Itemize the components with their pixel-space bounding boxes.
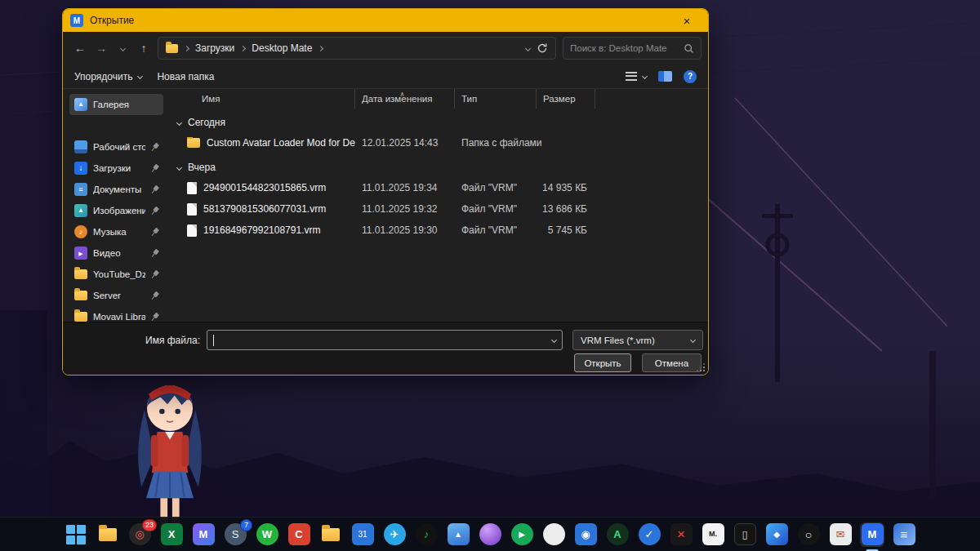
- sidebar-item-server[interactable]: Server: [69, 285, 163, 306]
- dialog-title: Открытие: [90, 15, 134, 26]
- check-app-icon[interactable]: ✓: [637, 522, 662, 547]
- sphere-app-icon[interactable]: [478, 522, 502, 547]
- resize-grip[interactable]: [697, 364, 705, 371]
- app-glyph: ✉: [830, 523, 852, 545]
- excel-icon[interactable]: X: [159, 522, 184, 547]
- app-glyph: M: [862, 523, 884, 545]
- refresh-icon[interactable]: [537, 42, 548, 54]
- red-app-icon[interactable]: C: [287, 522, 311, 547]
- sidebar-item-desktop[interactable]: Рабочий сто: [69, 136, 163, 158]
- notification-badge: 23: [142, 519, 157, 531]
- recent-locations-button[interactable]: [112, 38, 133, 59]
- sidebar-item-music[interactable]: ♪ Музыка: [69, 221, 163, 242]
- dialog-content: ▲ Галерея Рабочий сто ↓ Загрузки ≡ Докум…: [63, 89, 708, 322]
- file-row[interactable]: 5813790815306077031.vrm 11.01.2025 19:32…: [177, 198, 702, 220]
- column-headers: Имя ∧ Дата изменения Тип Размер: [177, 89, 702, 109]
- play-app-icon[interactable]: ▶: [510, 522, 534, 547]
- spotify-icon[interactable]: ♪: [414, 522, 439, 547]
- new-folder-button[interactable]: Новая папка: [157, 71, 214, 82]
- collapse-group-icon[interactable]: [176, 119, 182, 125]
- collapse-group-icon[interactable]: [176, 164, 182, 170]
- file-row[interactable]: 191684967992108791.vrm 11.01.2025 19:30 …: [177, 220, 702, 241]
- file-type: Файл "VRM": [455, 224, 537, 236]
- cancel-button[interactable]: Отмена: [642, 353, 702, 372]
- column-header-size[interactable]: Размер: [537, 89, 595, 109]
- file-row[interactable]: 2949001544823015865.vrm 11.01.2025 19:34…: [177, 177, 702, 198]
- file-date: 12.01.2025 14:43: [355, 137, 455, 149]
- help-button[interactable]: ?: [684, 70, 697, 83]
- app-glyph: ✈: [384, 523, 406, 545]
- m-dot-app-icon[interactable]: M.: [701, 522, 725, 547]
- group-label: Вчера: [188, 162, 216, 173]
- column-label: Дата изменения: [362, 94, 432, 104]
- address-dropdown-icon[interactable]: [525, 45, 531, 51]
- camera-app-icon[interactable]: ◉: [573, 522, 598, 547]
- file-icon: [187, 203, 197, 216]
- folder-app-icon[interactable]: [318, 522, 343, 547]
- file-name: 191684967992108791.vrm: [203, 224, 320, 236]
- preview-pane-icon[interactable]: [658, 71, 672, 82]
- sidebar-item-downloads[interactable]: ↓ Загрузки: [69, 158, 163, 179]
- sidebar-item-pictures[interactable]: ▲ Изображени: [69, 200, 163, 221]
- app-glyph: ✓: [639, 523, 661, 545]
- filename-combobox[interactable]: [207, 330, 563, 350]
- phone-app-icon[interactable]: ▯: [733, 522, 757, 547]
- organize-button[interactable]: Упорядочить: [74, 71, 142, 82]
- close-button[interactable]: ×: [673, 10, 701, 31]
- photos-icon[interactable]: ▲: [446, 522, 470, 547]
- android-app-icon[interactable]: A: [605, 522, 630, 547]
- breadcrumb-item-downloads[interactable]: Загрузки: [195, 42, 234, 54]
- view-mode-button[interactable]: [626, 72, 647, 81]
- sidebar-item-videos[interactable]: ▶ Видео: [69, 242, 163, 264]
- search-box[interactable]: [563, 37, 702, 60]
- file-explorer-icon[interactable]: [96, 522, 120, 547]
- app-glyph: W: [256, 523, 278, 545]
- up-button[interactable]: ↑: [133, 38, 154, 59]
- whatsapp-icon[interactable]: W: [255, 522, 279, 547]
- x-app-icon[interactable]: ×: [669, 522, 693, 547]
- open-button[interactable]: Открыть: [574, 353, 631, 372]
- filename-input[interactable]: [213, 335, 378, 346]
- mail-app-icon[interactable]: ✉: [828, 522, 853, 547]
- sidebar-item-youtube[interactable]: YouTube_Dze: [69, 264, 163, 285]
- sidebar-item-documents[interactable]: ≡ Документы: [69, 179, 163, 200]
- back-button[interactable]: ←: [69, 38, 91, 59]
- blue-gallery-app-icon[interactable]: ◆: [764, 522, 789, 547]
- telegram-icon[interactable]: ✈: [382, 522, 407, 547]
- forward-button[interactable]: →: [91, 38, 112, 59]
- search-icon: [684, 43, 694, 54]
- notes-app-icon[interactable]: ≡: [892, 522, 916, 547]
- column-header-name[interactable]: Имя: [177, 89, 355, 109]
- desktop-mate-icon[interactable]: M: [860, 522, 884, 547]
- address-bar[interactable]: Загрузки Desktop Mate: [158, 37, 556, 60]
- app-glyph: ○: [798, 523, 820, 545]
- sidebar-item-gallery[interactable]: ▲ Галерея: [69, 94, 163, 115]
- opera-app-icon[interactable]: ○: [796, 522, 821, 547]
- pin-icon: [149, 269, 161, 280]
- steam-icon[interactable]: S 7: [223, 522, 247, 547]
- sidebar-item-label: Movavi Libra: [93, 312, 145, 322]
- app-glyph: M.: [702, 523, 724, 545]
- folder-icon: [99, 528, 117, 541]
- group-header-today[interactable]: Сегодня: [177, 113, 702, 132]
- group-header-yesterday[interactable]: Вчера: [177, 158, 702, 177]
- column-header-date[interactable]: ∧ Дата изменения: [355, 89, 455, 109]
- app-glyph: ×: [670, 523, 693, 545]
- dialog-titlebar[interactable]: M Открытие ×: [63, 9, 708, 32]
- filetype-select[interactable]: VRM Files (*.vrm): [572, 330, 703, 350]
- sort-ascending-icon: ∧: [399, 91, 404, 98]
- windows-logo-icon: [66, 525, 86, 544]
- file-date: 11.01.2025 19:34: [355, 182, 455, 193]
- movavi-icon[interactable]: M: [191, 522, 216, 547]
- calendar-icon[interactable]: 31: [350, 522, 375, 547]
- file-row[interactable]: Custom Avatar Loader Mod for Desktop ...…: [177, 132, 702, 153]
- target-app-icon[interactable]: ◎ 23: [127, 522, 152, 547]
- search-input[interactable]: [570, 43, 679, 53]
- white-dot-app-icon[interactable]: [541, 522, 566, 547]
- column-header-type[interactable]: Тип: [455, 89, 537, 109]
- chevron-down-icon[interactable]: [551, 337, 557, 343]
- start-button[interactable]: [64, 522, 88, 547]
- group-label: Сегодня: [188, 117, 225, 128]
- breadcrumb-item-desktop-mate[interactable]: Desktop Mate: [252, 42, 312, 54]
- sidebar-item-movavi[interactable]: Movavi Libra: [69, 306, 163, 322]
